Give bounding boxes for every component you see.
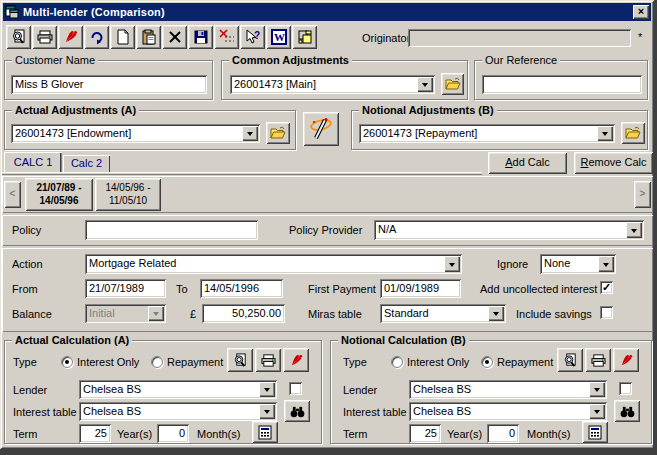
notional-adjustments-combo[interactable]: 26001473 [Repayment] bbox=[359, 124, 615, 143]
open-folder-icon bbox=[625, 126, 641, 140]
actual-adjustments-combo[interactable]: 26001473 [Endowment] bbox=[11, 124, 260, 143]
chevron-down-icon[interactable] bbox=[598, 256, 614, 272]
notional-calculation-group: Notional Calculation (B) Type Interest O… bbox=[330, 340, 652, 444]
chevron-down-icon bbox=[148, 306, 164, 321]
tab-calc1[interactable]: CALC 1 bbox=[4, 152, 62, 174]
our-reference-field[interactable] bbox=[482, 75, 642, 94]
find-interest-table-button[interactable] bbox=[284, 400, 310, 422]
open-common-adjustment-button[interactable] bbox=[441, 73, 464, 95]
save-button[interactable] bbox=[188, 25, 213, 49]
add-calc-button[interactable]: Add Calc bbox=[488, 152, 567, 174]
paste-button[interactable] bbox=[136, 25, 161, 49]
interest-table-combo[interactable]: Chelsea BS bbox=[409, 402, 607, 421]
calculator-button[interactable] bbox=[252, 421, 278, 443]
add-uncollected-interest-checkbox[interactable]: ✓ bbox=[600, 281, 613, 294]
chevron-down-icon[interactable] bbox=[259, 404, 275, 419]
printer-icon bbox=[37, 29, 53, 45]
chevron-down-icon[interactable] bbox=[259, 382, 275, 397]
pdf-calc-button[interactable] bbox=[283, 348, 309, 372]
action-combo[interactable]: Mortgage Related bbox=[85, 254, 462, 274]
previous-period-button[interactable]: < bbox=[4, 181, 21, 208]
print-calc-button[interactable] bbox=[585, 348, 611, 372]
save-floppy-icon bbox=[193, 29, 209, 45]
common-adjustments-combo[interactable]: 26001473 [Main] bbox=[230, 75, 435, 94]
originator-asterisk: * bbox=[638, 31, 642, 43]
include-savings-checkbox[interactable] bbox=[600, 306, 613, 319]
interest-table-value: Chelsea BS bbox=[83, 405, 141, 417]
miras-table-combo[interactable]: Standard bbox=[380, 304, 506, 323]
find-interest-table-button[interactable] bbox=[614, 400, 640, 422]
chevron-down-icon[interactable] bbox=[417, 77, 433, 92]
preview-calc-button[interactable] bbox=[227, 348, 253, 372]
customer-name-field[interactable]: Miss B Glover bbox=[11, 75, 207, 94]
ignore-combo[interactable]: None bbox=[540, 254, 616, 274]
context-help-button[interactable]: ? bbox=[240, 25, 265, 49]
chevron-down-icon[interactable] bbox=[589, 404, 605, 419]
redo-arrow-icon bbox=[89, 29, 105, 45]
export-pdf-button[interactable] bbox=[58, 25, 83, 49]
print-preview-button[interactable] bbox=[6, 25, 31, 49]
remove-calc-button[interactable]: Remove Calc bbox=[574, 152, 653, 174]
calculator-icon bbox=[588, 425, 602, 440]
first-payment-label: First Payment bbox=[308, 283, 376, 295]
multi-lender-window: Multi-lender (Comparison) × bbox=[0, 0, 654, 449]
chevron-down-icon[interactable] bbox=[597, 126, 613, 141]
preview-calc-button[interactable] bbox=[557, 348, 583, 372]
term-years-field[interactable]: 25 bbox=[79, 424, 111, 443]
export-word-button[interactable]: W bbox=[266, 25, 291, 49]
clear-grid-button[interactable] bbox=[214, 25, 239, 49]
delete-button[interactable] bbox=[162, 25, 187, 49]
lender-label: Lender bbox=[13, 384, 47, 396]
policy-provider-combo[interactable]: N/A bbox=[374, 220, 644, 240]
chevron-down-icon[interactable] bbox=[626, 222, 642, 238]
balance-label: Balance bbox=[12, 308, 52, 320]
our-reference-group: Our Reference bbox=[474, 60, 648, 100]
new-document-button[interactable] bbox=[110, 25, 135, 49]
open-folder-icon bbox=[270, 126, 286, 140]
pdf-icon bbox=[289, 353, 304, 368]
chevron-down-icon[interactable] bbox=[444, 256, 460, 272]
compare-layers-icon bbox=[297, 29, 313, 45]
lender-lock-checkbox[interactable] bbox=[289, 382, 302, 395]
term-years-field[interactable]: 25 bbox=[409, 424, 441, 443]
lender-combo[interactable]: Chelsea BS bbox=[79, 380, 277, 399]
app-icon bbox=[5, 5, 19, 19]
repayment-radio[interactable] bbox=[481, 356, 493, 368]
first-payment-field[interactable]: 01/09/1989 bbox=[380, 279, 461, 298]
policy-field[interactable] bbox=[85, 220, 258, 240]
period-button-active[interactable]: 21/07/89 - 14/05/96 bbox=[25, 178, 93, 211]
interest-only-radio[interactable] bbox=[391, 356, 403, 368]
term-months-field[interactable]: 0 bbox=[157, 424, 189, 443]
pdf-calc-button[interactable] bbox=[613, 348, 639, 372]
calculator-button[interactable] bbox=[582, 421, 608, 443]
notional-adjustments-group: Notional Adjustments (B) 26001473 [Repay… bbox=[351, 110, 648, 150]
print-button[interactable] bbox=[32, 25, 57, 49]
lender-combo[interactable]: Chelsea BS bbox=[409, 380, 607, 399]
chevron-down-icon[interactable] bbox=[242, 126, 258, 141]
open-notional-adjustment-button[interactable] bbox=[621, 122, 645, 144]
interest-table-combo[interactable]: Chelsea BS bbox=[79, 402, 277, 421]
compare-button[interactable] bbox=[292, 25, 317, 49]
svg-text:W: W bbox=[274, 31, 285, 43]
chevron-down-icon[interactable] bbox=[589, 382, 605, 397]
open-actual-adjustment-button[interactable] bbox=[266, 122, 290, 144]
chevron-down-icon[interactable] bbox=[488, 306, 504, 321]
next-period-button[interactable]: > bbox=[634, 181, 651, 208]
period-strip: < 21/07/89 - 14/05/96 14/05/96 - 11/05/1… bbox=[2, 176, 653, 213]
period-button[interactable]: 14/05/96 - 11/05/10 bbox=[95, 178, 161, 211]
title-bar[interactable]: Multi-lender (Comparison) × bbox=[3, 3, 651, 21]
originator-label: Originator bbox=[362, 32, 410, 44]
term-months-field[interactable]: 0 bbox=[487, 424, 519, 443]
magic-wand-icon bbox=[308, 116, 334, 142]
redo-button[interactable] bbox=[84, 25, 109, 49]
interest-only-radio[interactable] bbox=[61, 356, 73, 368]
to-field[interactable]: 14/05/1996 bbox=[200, 279, 283, 298]
print-calc-button[interactable] bbox=[255, 348, 281, 372]
actual-adjustments-group: Actual Adjustments (A) 26001473 [Endowme… bbox=[4, 110, 296, 150]
close-button[interactable]: × bbox=[633, 5, 649, 19]
repayment-radio[interactable] bbox=[151, 356, 163, 368]
lender-lock-checkbox[interactable] bbox=[619, 382, 632, 395]
from-field[interactable]: 21/07/1989 bbox=[85, 279, 166, 298]
wizard-button[interactable] bbox=[303, 112, 339, 146]
amount-field[interactable]: 50,250.00 bbox=[202, 304, 285, 323]
